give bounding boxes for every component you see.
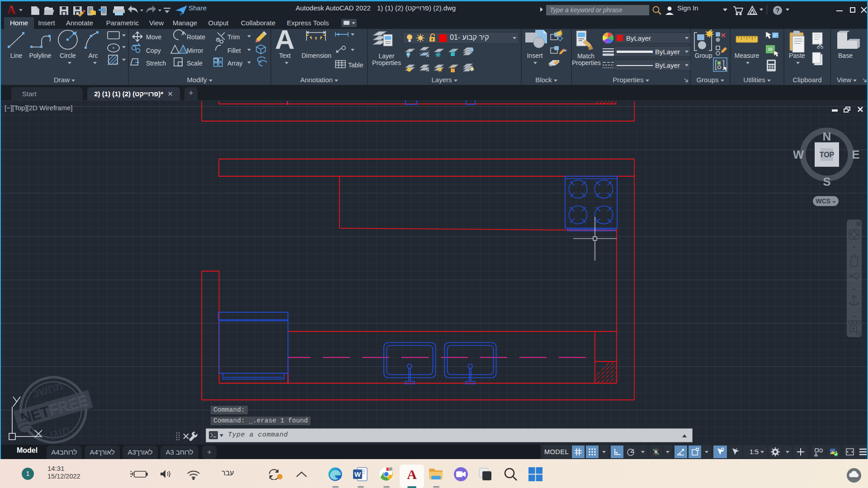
svg-text:A: A (7, 3, 16, 17)
svg-text:S: S (823, 175, 830, 188)
svg-text:A: A (275, 29, 294, 55)
svg-text:A: A (407, 467, 417, 482)
svg-text:?: ? (776, 7, 780, 14)
svg-text:W: W (793, 148, 804, 161)
svg-text:E: E (852, 148, 859, 161)
svg-text:TOP: TOP (820, 151, 835, 159)
svg-text:W: W (354, 470, 361, 478)
svg-text:N: N (823, 130, 831, 143)
